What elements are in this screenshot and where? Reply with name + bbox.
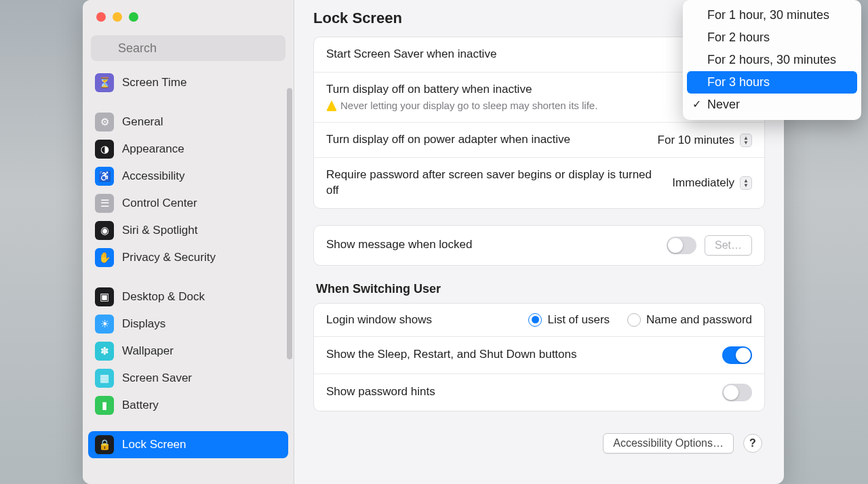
sidebar-item-control-center[interactable]: ☰Control Center <box>88 190 288 217</box>
wallpaper-icon: ✽ <box>95 342 114 361</box>
dropdown-menu[interactable]: For 1 hour, 30 minutesFor 2 hoursFor 2 h… <box>683 0 861 120</box>
row-login-window: Login window shows List of users Name an… <box>314 304 764 337</box>
sidebar-item-label: Control Center <box>122 197 197 210</box>
lock-icon: 🔒 <box>95 435 114 454</box>
sidebar-item-lock-screen[interactable]: 🔒Lock Screen <box>88 431 288 458</box>
radio-icon <box>627 313 641 327</box>
search-input[interactable] <box>91 35 285 61</box>
sidebar: ⏳Screen Time⚙General◑Appearance♿Accessib… <box>83 0 294 484</box>
sidebar-item-privacy-security[interactable]: ✋Privacy & Security <box>88 244 288 271</box>
sidebar-item-label: Wallpaper <box>122 344 174 358</box>
panel-message: Show message when locked Set… <box>313 225 765 266</box>
toggle-show-message[interactable] <box>667 237 696 254</box>
sidebar-item-label: Displays <box>122 317 165 331</box>
row-password-hints: Show password hints <box>314 374 764 411</box>
dropdown-item[interactable]: For 2 hours <box>687 26 857 49</box>
sidebar-item-label: Screen Time <box>122 76 186 89</box>
sidebar-item-label: Screen Saver <box>122 371 192 385</box>
close-icon[interactable] <box>96 12 106 22</box>
hourglass-icon: ⏳ <box>95 73 114 92</box>
minimize-icon[interactable] <box>113 12 122 22</box>
sidebar-item-wallpaper[interactable]: ✽Wallpaper <box>88 338 288 365</box>
sidebar-item-appearance[interactable]: ◑Appearance <box>88 136 288 163</box>
dock-icon: ▣ <box>95 287 114 306</box>
row-show-sleep-restart: Show the Sleep, Restart, and Shut Down b… <box>314 337 764 374</box>
panel-switching: Login window shows List of users Name an… <box>313 303 765 411</box>
screensaver-icon: ▦ <box>95 369 114 388</box>
sidebar-item-accessibility[interactable]: ♿Accessibility <box>88 163 288 190</box>
gear-icon: ⚙ <box>95 113 114 132</box>
scrollbar-thumb[interactable] <box>287 88 292 359</box>
sidebar-item-battery[interactable]: ▮Battery <box>88 392 288 419</box>
sidebar-item-desktop-dock[interactable]: ▣Desktop & Dock <box>88 283 288 310</box>
dropdown-item[interactable]: For 3 hours <box>687 71 857 94</box>
toggle-sleep-restart[interactable] <box>722 346 752 364</box>
sidebar-item-siri-spotlight[interactable]: ◉Siri & Spotlight <box>88 217 288 244</box>
sidebar-item-label: General <box>122 115 163 129</box>
sidebar-item-displays[interactable]: ☀Displays <box>88 310 288 338</box>
dropdown-item[interactable]: For 2 hours, 30 minutes <box>687 49 857 71</box>
sidebar-item-label: Desktop & Dock <box>122 290 205 304</box>
sidebar-item-screen-saver[interactable]: ▦Screen Saver <box>88 365 288 392</box>
set-message-button[interactable]: Set… <box>705 235 752 256</box>
dropdown-item[interactable]: For 1 hour, 30 minutes <box>687 4 857 26</box>
sidebar-item-general[interactable]: ⚙General <box>88 108 288 136</box>
row-display-off-adapter: Turn display off on power adapter when i… <box>314 123 764 158</box>
chevron-updown-icon: ▲▼ <box>740 134 752 147</box>
sidebar-item-label: Appearance <box>122 142 184 156</box>
window-controls <box>83 8 294 35</box>
radio-list-of-users[interactable]: List of users <box>528 313 610 327</box>
maximize-icon[interactable] <box>129 12 138 22</box>
chevron-updown-icon: ▲▼ <box>740 176 752 190</box>
siri-icon: ◉ <box>95 221 114 240</box>
settings-window: ⏳Screen Time⚙General◑Appearance♿Accessib… <box>83 0 784 484</box>
battery-icon: ▮ <box>95 396 114 415</box>
sidebar-item-label: Privacy & Security <box>122 251 216 264</box>
sidebar-item-label: Battery <box>122 399 159 412</box>
section-heading-switching: When Switching User <box>316 282 762 296</box>
accessibility-options-button[interactable]: Accessibility Options… <box>603 433 734 453</box>
radio-icon <box>528 313 542 327</box>
toggle-password-hints[interactable] <box>722 384 752 401</box>
appearance-icon: ◑ <box>95 140 114 159</box>
dropdown-item[interactable]: Never <box>687 94 857 116</box>
sliders-icon: ☰ <box>95 194 114 213</box>
sidebar-item-label: Lock Screen <box>122 438 186 451</box>
select-require-password[interactable]: Immediately ▲▼ <box>672 176 752 190</box>
row-show-message: Show message when locked Set… <box>314 226 764 265</box>
help-button[interactable]: ? <box>743 434 762 453</box>
brightness-icon: ☀ <box>95 315 114 334</box>
sidebar-item-screen-time[interactable]: ⏳Screen Time <box>88 69 288 96</box>
sidebar-item-label: Accessibility <box>122 169 185 183</box>
radio-name-password[interactable]: Name and password <box>627 313 752 327</box>
hand-icon: ✋ <box>95 248 114 267</box>
row-require-password: Require password after screen saver begi… <box>314 158 764 208</box>
warning-icon <box>326 100 337 111</box>
select-adapter-off[interactable]: For 10 minutes ▲▼ <box>658 134 752 147</box>
sidebar-item-label: Siri & Spotlight <box>122 224 198 237</box>
accessibility-icon: ♿ <box>95 167 114 186</box>
